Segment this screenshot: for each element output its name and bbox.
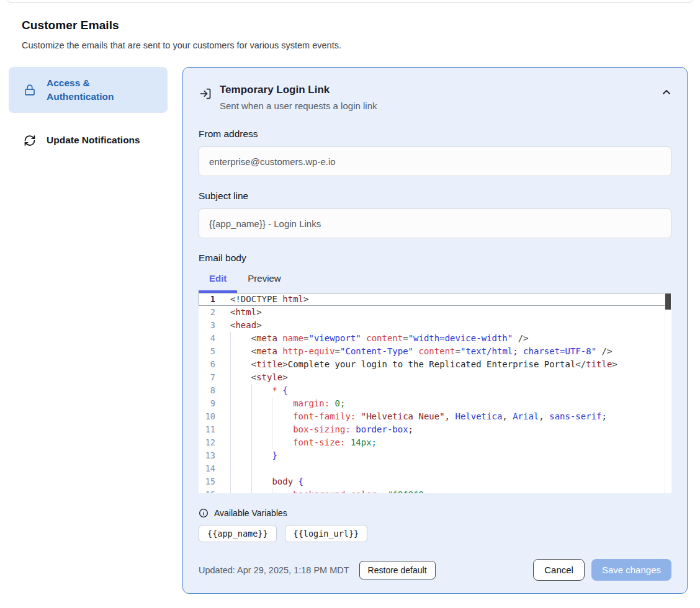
- indent-guide: [251, 397, 252, 410]
- page-subtitle: Customize the emails that are sent to yo…: [22, 40, 678, 50]
- code-line-content: <meta name="viewport" content="width=dev…: [222, 332, 671, 345]
- indent-guide: [272, 488, 272, 493]
- indent-guide: [230, 384, 231, 397]
- line-number: 5: [199, 345, 222, 358]
- info-icon: [199, 508, 209, 518]
- code-line-content: font-family: "Helvetica Neue", Helvetica…: [222, 410, 671, 423]
- card-title: Temporary Login Link: [220, 83, 377, 97]
- indent-guide: [251, 436, 252, 449]
- code-line-content: box-sizing: border-box;: [222, 423, 671, 436]
- line-number: 4: [199, 332, 222, 345]
- code-line-content: body {: [222, 475, 671, 488]
- code-line-content: <head>: [222, 319, 671, 332]
- indent-guide: [251, 384, 252, 397]
- editor-scrollbar-track[interactable]: [665, 293, 671, 493]
- restore-default-button[interactable]: Restore default: [359, 561, 436, 579]
- card-header: Temporary Login Link Sent when a user re…: [199, 83, 671, 112]
- line-number: 7: [199, 371, 222, 384]
- indent-guide: [230, 488, 231, 493]
- tab-preview[interactable]: Preview: [237, 267, 291, 293]
- line-number: 14: [199, 462, 222, 475]
- code-line-content: [222, 462, 671, 475]
- line-number: 6: [199, 358, 222, 371]
- sidebar-item-access-authentication[interactable]: Access & Authentication: [9, 67, 168, 113]
- code-line-content: background-color: #f8f8f8;: [222, 488, 671, 493]
- variable-chip[interactable]: {{app_name}}: [199, 525, 277, 542]
- code-line[interactable]: 3<head>: [199, 319, 671, 332]
- indent-guide: [251, 423, 252, 436]
- code-line[interactable]: 6 <title>Complete your login to the Repl…: [199, 358, 671, 371]
- log-in-icon: [199, 87, 212, 100]
- indent-guide: [230, 462, 231, 475]
- customer-emails-page: Customer Emails Customize the emails tha…: [0, 0, 700, 608]
- indent-guide: [230, 475, 231, 488]
- code-line[interactable]: 10 font-family: "Helvetica Neue", Helvet…: [199, 410, 671, 423]
- indent-guide: [230, 371, 231, 384]
- page-title: Customer Emails: [22, 19, 678, 32]
- indent-guide: [230, 436, 231, 449]
- updated-timestamp: Updated: Apr 29, 2025, 1:18 PM MDT: [199, 565, 349, 575]
- chevron-up-icon[interactable]: [662, 88, 671, 96]
- line-number: 1: [199, 293, 222, 306]
- code-line[interactable]: 8 * {: [199, 384, 671, 397]
- cancel-button[interactable]: Cancel: [533, 559, 585, 581]
- line-number: 9: [199, 397, 222, 410]
- code-line[interactable]: 15 body {: [199, 475, 671, 488]
- code-editor-lines: 1<!DOCTYPE html>2<html>3<head>4 <meta na…: [199, 293, 671, 493]
- card-subtitle: Sent when a user requests a login link: [220, 99, 377, 112]
- indent-guide: [272, 436, 272, 449]
- email-body-tabs: Edit Preview: [199, 267, 671, 293]
- code-line-content: <html>: [222, 306, 671, 319]
- available-variables-header: Available Variables: [199, 508, 671, 518]
- code-line[interactable]: 1<!DOCTYPE html>: [199, 293, 671, 306]
- indent-guide: [272, 410, 272, 423]
- code-line[interactable]: 2<html>: [199, 306, 671, 319]
- indent-guide: [272, 397, 272, 410]
- previous-card-bottom-edge: [6, 0, 694, 3]
- code-line-content: <!DOCTYPE html>: [222, 293, 671, 306]
- indent-guide: [251, 475, 252, 488]
- code-line-content: <title>Complete your login to the Replic…: [222, 358, 671, 371]
- indent-guide: [230, 423, 231, 436]
- from-address-input[interactable]: [199, 146, 671, 176]
- card-header-text: Temporary Login Link Sent when a user re…: [220, 83, 377, 112]
- indent-guide: [272, 423, 272, 436]
- code-line[interactable]: 12 font-size: 14px;: [199, 436, 671, 449]
- card-footer: Updated: Apr 29, 2025, 1:18 PM MDT Resto…: [199, 559, 671, 581]
- code-line[interactable]: 13 }: [199, 449, 671, 462]
- from-address-label: From address: [199, 127, 671, 141]
- line-number: 16: [199, 488, 222, 493]
- code-line[interactable]: 5 <meta http-equiv="Content-Type" conten…: [199, 345, 671, 358]
- page-header: Customer Emails Customize the emails tha…: [0, 0, 700, 50]
- indent-guide: [251, 488, 252, 493]
- tab-edit[interactable]: Edit: [199, 267, 237, 293]
- sidebar-item-update-notifications[interactable]: Update Notifications: [9, 127, 168, 154]
- sidebar-item-label: Access & Authentication: [47, 76, 158, 104]
- line-number: 12: [199, 436, 222, 449]
- email-types-sidebar: Access & Authentication Update Notificat…: [9, 67, 168, 154]
- code-line-content: <meta http-equiv="Content-Type" content=…: [222, 345, 671, 358]
- code-line-content: * {: [222, 384, 671, 397]
- indent-guide: [251, 462, 252, 475]
- editor-scrollbar-thumb[interactable]: [665, 293, 671, 310]
- indent-guide: [230, 358, 231, 371]
- indent-guide: [230, 397, 231, 410]
- variable-chip[interactable]: {{login_url}}: [285, 525, 368, 542]
- code-line[interactable]: 9 margin: 0;: [199, 397, 671, 410]
- code-line[interactable]: 7 <style>: [199, 371, 671, 384]
- code-line[interactable]: 14: [199, 462, 671, 475]
- code-line[interactable]: 11 box-sizing: border-box;: [199, 423, 671, 436]
- code-editor[interactable]: 1<!DOCTYPE html>2<html>3<head>4 <meta na…: [199, 293, 671, 493]
- indent-guide: [230, 449, 231, 462]
- save-changes-button[interactable]: Save changes: [591, 559, 671, 581]
- line-number: 3: [199, 319, 222, 332]
- line-number: 13: [199, 449, 222, 462]
- indent-guide: [251, 449, 252, 462]
- code-line[interactable]: 16 background-color: #f8f8f8;: [199, 488, 671, 493]
- code-line[interactable]: 4 <meta name="viewport" content="width=d…: [199, 332, 671, 345]
- code-line-content: }: [222, 449, 671, 462]
- line-number: 10: [199, 410, 222, 423]
- line-number: 11: [199, 423, 222, 436]
- lock-icon: [24, 84, 36, 96]
- subject-line-input[interactable]: [199, 208, 671, 238]
